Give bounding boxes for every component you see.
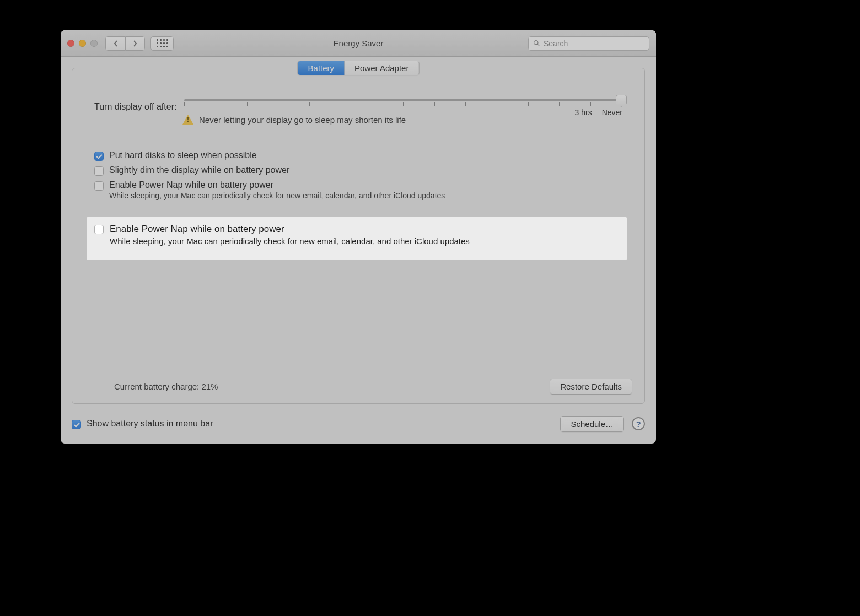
svg-line-1 xyxy=(538,44,539,46)
power-nap-desc-highlighted: While sleeping, your Mac can periodicall… xyxy=(110,236,616,246)
minimize-button[interactable] xyxy=(79,40,86,47)
footer-row: Show battery status in menu bar Schedule… xyxy=(72,412,645,436)
tab-battery[interactable]: Battery xyxy=(298,61,345,75)
toolbar-nav xyxy=(105,36,174,51)
tab-group: Battery Power Adapter xyxy=(298,61,420,75)
restore-defaults-button[interactable]: Restore Defaults xyxy=(550,379,632,395)
check-show-battery-row: Show battery status in menu bar xyxy=(72,419,213,429)
power-nap-label-highlighted: Enable Power Nap while on battery power xyxy=(110,224,616,235)
check-show-battery-status[interactable] xyxy=(72,420,81,429)
window-controls xyxy=(67,40,98,47)
check-dim-display-label: Slightly dim the display while on batter… xyxy=(109,165,289,175)
check-dim-display[interactable] xyxy=(94,166,104,176)
check-hard-disks-label: Put hard disks to sleep when possible xyxy=(109,150,257,160)
slider-ticks xyxy=(184,102,622,106)
checkbox-group: Put hard disks to sleep when possible Sl… xyxy=(94,148,622,202)
check-hard-disks[interactable] xyxy=(94,152,104,161)
search-input[interactable]: Search xyxy=(528,36,649,51)
grid-icon xyxy=(157,39,168,47)
check-power-nap-row: Enable Power Nap while on battery power … xyxy=(94,178,622,202)
svg-point-0 xyxy=(534,41,538,45)
battery-charge-status: Current battery charge: 21% xyxy=(114,382,218,391)
footer-actions: Schedule… ? xyxy=(560,416,645,432)
check-power-nap[interactable] xyxy=(94,181,104,191)
show-all-button[interactable] xyxy=(150,36,174,51)
warning-text: Never letting your display go to sleep m… xyxy=(199,115,406,125)
highlight-region: Enable Power Nap while on battery power … xyxy=(87,217,627,260)
back-button[interactable] xyxy=(105,36,125,51)
tab-power-adapter[interactable]: Power Adapter xyxy=(344,61,418,75)
search-icon xyxy=(533,40,540,47)
forward-button[interactable] xyxy=(125,36,145,51)
display-off-label: Turn display off after: xyxy=(94,102,176,112)
check-hard-disks-row: Put hard disks to sleep when possible xyxy=(94,148,622,163)
check-power-nap-description: While sleeping, your Mac can periodicall… xyxy=(109,191,445,200)
check-power-nap-highlighted[interactable] xyxy=(94,225,104,234)
energy-saver-window: Energy Saver Search Battery Power Adapte… xyxy=(61,30,656,444)
zoom-button[interactable] xyxy=(90,40,98,47)
slider-warning: Never letting your display go to sleep m… xyxy=(182,115,622,125)
schedule-button[interactable]: Schedule… xyxy=(560,416,624,432)
slider-track xyxy=(184,99,622,101)
check-dim-display-row: Slightly dim the display while on batter… xyxy=(94,163,622,178)
close-button[interactable] xyxy=(67,40,74,47)
titlebar: Energy Saver Search xyxy=(61,30,656,57)
help-button[interactable]: ? xyxy=(632,417,645,430)
check-power-nap-label: Enable Power Nap while on battery power xyxy=(109,180,445,190)
warning-icon xyxy=(182,115,194,125)
search-placeholder: Search xyxy=(544,39,568,48)
check-show-battery-label: Show battery status in menu bar xyxy=(87,419,213,429)
